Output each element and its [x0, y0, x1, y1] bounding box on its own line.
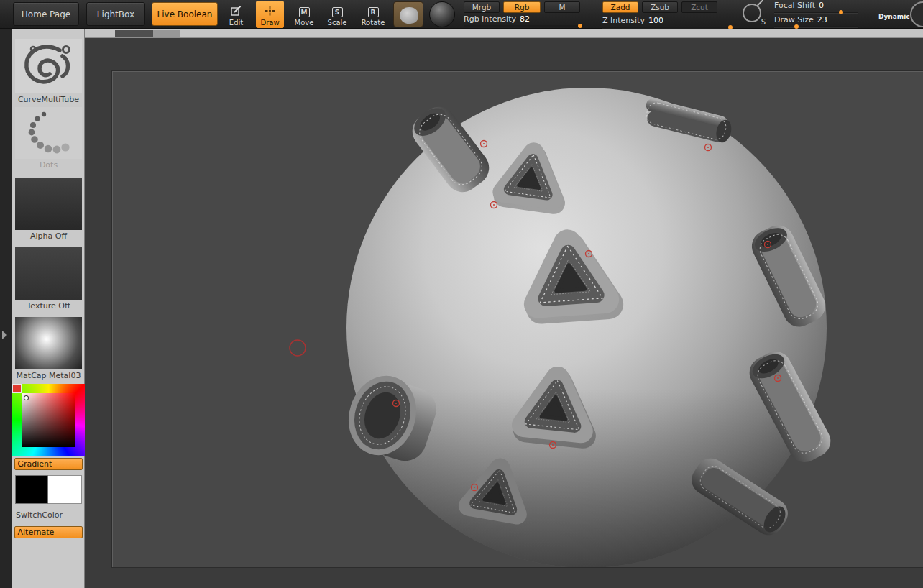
m-button[interactable]: M [544, 1, 580, 13]
rotate-label: Rotate [362, 19, 385, 27]
focal-shift-label: Focal Shift [774, 1, 815, 10]
z-intensity-label: Z Intensity [602, 16, 645, 25]
lightbox-button[interactable]: LightBox [86, 2, 145, 26]
scale-label: Scale [328, 19, 347, 27]
color-picker[interactable] [12, 384, 85, 456]
brush-selector[interactable] [15, 39, 82, 93]
draw-button[interactable]: Draw [256, 1, 284, 28]
rgb-button[interactable]: Rgb [503, 1, 541, 13]
draw-size-thumb[interactable] [794, 24, 799, 29]
viewport-canvas[interactable] [85, 29, 923, 588]
brush-preview-icon [400, 7, 418, 24]
rgb-intensity-slider[interactable]: Rgb Intensity82 [464, 14, 584, 27]
z-intensity-value: 100 [648, 16, 663, 25]
zadd-button[interactable]: Zadd [602, 1, 638, 13]
move-label: Move [295, 19, 314, 27]
canvas-scrollbar[interactable] [85, 29, 923, 38]
z-intensity-thumb[interactable] [728, 25, 733, 29]
focal-shift-slider[interactable]: Focal Shift0 [774, 1, 858, 13]
stroke-label: Dots [12, 160, 85, 170]
draw-icon [265, 6, 275, 17]
main-color-swatch[interactable] [15, 475, 49, 504]
rgb-intensity-thumb[interactable] [578, 24, 582, 28]
z-intensity-track[interactable] [602, 27, 733, 28]
dynamic-mode-label[interactable]: Dynamic [878, 13, 910, 20]
brush-label: CurveMultiTube [12, 95, 85, 104]
tray-collapse-handle[interactable] [2, 331, 7, 339]
scale-icon: S [332, 7, 343, 17]
texture-label: Texture Off [12, 301, 85, 311]
draw-size-slider[interactable]: Draw Size23 [774, 15, 858, 27]
edit-icon [231, 6, 242, 17]
zsub-button[interactable]: Zsub [642, 1, 678, 13]
rgb-intensity-track[interactable] [464, 25, 584, 27]
document-area[interactable] [111, 70, 923, 568]
z-intensity-slider[interactable]: Z Intensity100 [602, 16, 733, 28]
saturation-value-square[interactable] [22, 393, 75, 447]
sculptris-pro-button[interactable]: S [741, 1, 766, 27]
material-label: MatCap Metal03 [12, 371, 85, 380]
gradient-button[interactable]: Gradient [14, 458, 83, 470]
draw-size-label: Draw Size [774, 15, 814, 24]
home-page-button[interactable]: Home Page [13, 2, 79, 26]
sculptris-badge: S [761, 18, 766, 26]
scale-button[interactable]: S Scale [323, 1, 352, 28]
mrgb-button[interactable]: Mrgb [464, 1, 500, 13]
live-boolean-button[interactable]: Live Boolean [152, 2, 218, 26]
edit-label: Edit [229, 19, 243, 27]
rotate-button[interactable]: R Rotate [357, 1, 389, 28]
draw-size-track[interactable] [774, 26, 858, 27]
color-swatches [15, 475, 82, 504]
material-selector[interactable] [15, 317, 82, 369]
left-edge-strip [0, 29, 12, 588]
focal-shift-track[interactable] [774, 12, 858, 13]
rotate-icon: R [368, 7, 379, 17]
dots-stroke-icon [15, 107, 82, 159]
active-color-swatch [12, 384, 22, 393]
edit-button[interactable]: Edit [223, 1, 249, 28]
current-brush-button[interactable] [393, 1, 423, 27]
current-material-button[interactable] [429, 1, 455, 27]
move-icon: M [299, 7, 310, 17]
alpha-selector[interactable] [15, 178, 82, 230]
alpha-label: Alpha Off [12, 231, 85, 241]
texture-selector[interactable] [15, 247, 82, 300]
move-button[interactable]: M Move [290, 1, 318, 28]
scrollbar-segment-mid[interactable] [153, 30, 180, 37]
zbrush-app: Home Page LightBox Live Boolean Edit Dra… [0, 0, 923, 588]
draw-size-value: 23 [817, 15, 827, 24]
rgb-intensity-label: Rgb Intensity [464, 14, 516, 24]
sculptris-pencil-icon [757, 0, 763, 6]
draw-label: Draw [260, 19, 279, 27]
left-tray: CurveMultiTube Dots Alpha Off Texture Of… [12, 29, 85, 588]
rgb-intensity-value: 82 [520, 14, 530, 24]
edge-round-button[interactable] [910, 1, 923, 27]
zcut-button[interactable]: Zcut [681, 1, 717, 13]
stroke-selector[interactable] [15, 107, 82, 159]
scrollbar-segment-dark[interactable] [115, 30, 153, 37]
focal-shift-value: 0 [819, 1, 824, 10]
sculptris-circle-icon [743, 4, 761, 22]
switch-color-button[interactable]: SwitchColor [12, 510, 84, 520]
viewport-3d-scene[interactable] [112, 71, 923, 568]
top-toolbar: Home Page LightBox Live Boolean Edit Dra… [0, 0, 923, 29]
secondary-color-swatch[interactable] [48, 475, 82, 504]
brush-cursor [290, 340, 306, 356]
color-cursor [24, 396, 28, 400]
curve-multi-tube-icon [15, 39, 82, 93]
alternate-button[interactable]: Alternate [14, 526, 83, 538]
focal-shift-thumb[interactable] [839, 10, 843, 14]
